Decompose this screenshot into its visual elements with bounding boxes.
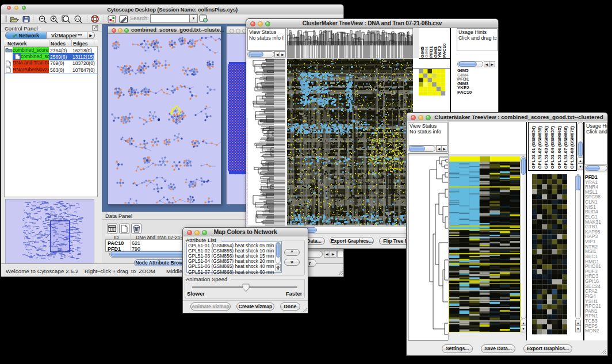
- svg-text:1:1: 1:1: [76, 18, 80, 21]
